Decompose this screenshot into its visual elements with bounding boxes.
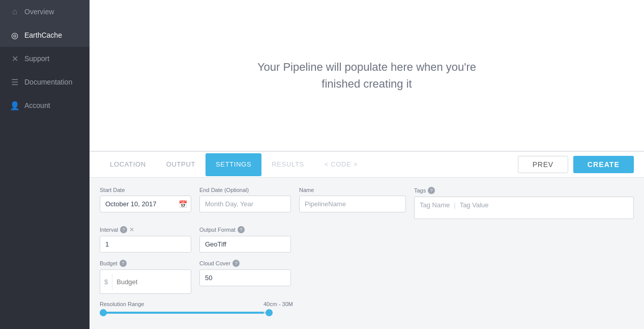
sidebar-item-earthcache[interactable]: ◎ EarthCache: [0, 23, 90, 47]
support-icon: ✕: [10, 54, 19, 63]
create-button[interactable]: CREATE: [573, 156, 634, 173]
pipeline-preview: Your Pipeline will populate here when yo…: [90, 0, 644, 151]
form-row-2: Interval ? ✕ Days Output Format ?: [100, 226, 634, 253]
budget-input-wrap: $ / Km²: [100, 269, 191, 294]
cloud-cover-wrap: %: [199, 269, 291, 286]
resolution-slider-track: [100, 312, 273, 314]
home-icon: ⌂: [10, 7, 19, 16]
documentation-icon: ☰: [10, 77, 19, 87]
tab-actions: PREV CREATE: [518, 152, 634, 177]
budget-help-icon[interactable]: ?: [120, 260, 127, 267]
sidebar: ⌂ Overview ◎ EarthCache ✕ Support ☰ Docu…: [0, 0, 90, 329]
sidebar-item-label: EarthCache: [24, 31, 62, 39]
name-input[interactable]: [299, 196, 406, 212]
tags-group: Tags ? Tag Name | Tag Value: [414, 187, 634, 219]
budget-prefix: $: [100, 274, 112, 290]
output-format-label: Output Format ?: [199, 226, 291, 233]
sidebar-item-label: Support: [24, 54, 49, 63]
resolution-group: Resolution Range 40cm - 30M: [100, 301, 293, 314]
interval-num-input[interactable]: [100, 236, 191, 252]
start-date-input-wrap: 📅: [100, 196, 191, 212]
budget-group: Budget ? $ / Km²: [100, 260, 191, 294]
interval-group: Interval ? ✕ Days: [100, 226, 191, 253]
end-date-label: End Date (Optional): [199, 187, 291, 193]
resolution-label-row: Resolution Range 40cm - 30M: [100, 301, 293, 307]
sidebar-item-label: Overview: [24, 8, 54, 16]
tab-code: < CODE >: [314, 153, 368, 176]
tags-input[interactable]: Tag Name | Tag Value: [414, 197, 634, 219]
prev-button[interactable]: PREV: [518, 156, 568, 173]
tags-help-icon[interactable]: ?: [428, 187, 435, 194]
sidebar-item-label: Account: [24, 101, 50, 109]
resolution-range-value: 40cm - 30M: [264, 301, 293, 307]
form-area: Start Date 📅 End Date (Optional) Name: [90, 178, 644, 329]
tab-results: RESULTS: [261, 153, 314, 176]
sidebar-item-label: Documentation: [24, 78, 72, 86]
main-content: Your Pipeline will populate here when yo…: [90, 0, 644, 329]
resolution-slider-fill: [100, 312, 264, 314]
cloud-cover-label: Cloud Cover ?: [199, 260, 291, 267]
cloud-cover-help-icon[interactable]: ?: [232, 260, 240, 267]
name-group: Name: [299, 187, 406, 219]
bottom-panel: LOCATION OUTPUT SETTINGS RESULTS < CODE …: [90, 151, 644, 329]
resolution-slider-thumb-right[interactable]: [266, 309, 273, 316]
form-row-1: Start Date 📅 End Date (Optional) Name: [100, 187, 634, 219]
budget-input[interactable]: [112, 274, 191, 290]
interval-help-icon[interactable]: ?: [120, 226, 127, 233]
cloud-cover-group: Cloud Cover ? %: [199, 260, 291, 294]
output-format-group: Output Format ?: [199, 226, 291, 253]
account-icon: 👤: [10, 101, 19, 110]
resolution-slider-thumb-left[interactable]: [100, 309, 107, 316]
sidebar-item-account[interactable]: 👤 Account: [0, 94, 90, 117]
start-date-input[interactable]: [100, 196, 191, 212]
interval-input-wrap: Days: [100, 236, 191, 253]
earthcache-icon: ◎: [10, 31, 19, 40]
tab-settings[interactable]: SETTINGS: [206, 153, 261, 176]
end-date-input[interactable]: [199, 196, 291, 212]
start-date-label: Start Date: [100, 187, 191, 193]
tags-label: Tags ?: [414, 187, 634, 194]
start-date-group: Start Date 📅: [100, 187, 191, 219]
tab-location[interactable]: LOCATION: [100, 153, 156, 176]
name-label: Name: [299, 187, 406, 193]
sidebar-item-documentation[interactable]: ☰ Documentation: [0, 70, 90, 94]
budget-label: Budget ?: [100, 260, 191, 267]
interval-close-icon[interactable]: ✕: [129, 226, 134, 233]
cloud-cover-input[interactable]: [200, 270, 291, 286]
tab-output[interactable]: OUTPUT: [156, 153, 206, 176]
output-format-input[interactable]: [199, 236, 291, 253]
tab-bar: LOCATION OUTPUT SETTINGS RESULTS < CODE …: [90, 152, 644, 178]
form-row-4: Resolution Range 40cm - 30M: [100, 301, 634, 314]
end-date-group: End Date (Optional): [199, 187, 291, 219]
output-format-help-icon[interactable]: ?: [238, 226, 245, 233]
sidebar-item-overview[interactable]: ⌂ Overview: [0, 0, 90, 23]
form-row-3: Budget ? $ / Km² Cloud Cover ?: [100, 260, 634, 294]
sidebar-item-support[interactable]: ✕ Support: [0, 47, 90, 70]
interval-label: Interval ? ✕: [100, 226, 191, 233]
tags-placeholder: Tag Name | Tag Value: [420, 201, 489, 209]
preview-message: Your Pipeline will populate here when yo…: [257, 59, 476, 92]
resolution-label: Resolution Range: [100, 301, 144, 307]
